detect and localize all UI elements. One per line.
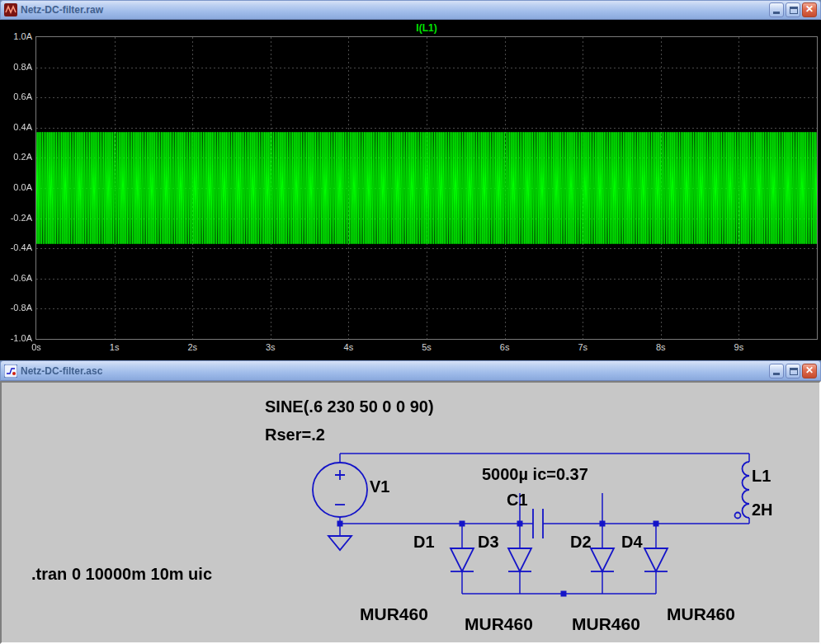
y-tick-label: 1.0A bbox=[0, 31, 32, 42]
diode-d1[interactable] bbox=[451, 524, 474, 594]
schematic-window-titlebar[interactable]: Netz-DC-filter.asc ✕ bbox=[0, 360, 821, 381]
voltage-source-v1[interactable] bbox=[313, 454, 367, 524]
phase-dot-icon bbox=[735, 513, 741, 519]
x-tick-label: 4s bbox=[332, 342, 365, 353]
minimize-button[interactable] bbox=[769, 2, 784, 17]
label-d4[interactable]: D4 bbox=[621, 533, 643, 551]
label-tran-directive[interactable]: .tran 0 10000m 10m uic bbox=[31, 565, 212, 583]
diode-d3[interactable] bbox=[508, 524, 531, 594]
label-mur460-1[interactable]: MUR460 bbox=[360, 604, 428, 623]
x-tick-label: 8s bbox=[644, 342, 677, 353]
label-sine-params[interactable]: SINE(.6 230 50 0 0 90) bbox=[265, 397, 434, 416]
inductor-l1[interactable] bbox=[735, 454, 750, 524]
close-button[interactable]: ✕ bbox=[802, 2, 817, 17]
label-l1[interactable]: L1 bbox=[752, 467, 771, 485]
diode-d2[interactable] bbox=[591, 524, 614, 594]
capacitor-c1[interactable] bbox=[533, 509, 543, 538]
label-d1[interactable]: D1 bbox=[413, 533, 435, 551]
y-tick-label: 0.6A bbox=[0, 92, 32, 102]
x-tick-label: 7s bbox=[566, 342, 599, 353]
y-tick-label: -0.8A bbox=[0, 303, 32, 313]
y-tick-label: -0.2A bbox=[0, 213, 32, 223]
y-tick-label: 0.2A bbox=[0, 152, 32, 162]
ground-symbol[interactable] bbox=[328, 524, 352, 550]
waveform-canvas[interactable] bbox=[36, 37, 817, 339]
minimize-button[interactable] bbox=[769, 364, 784, 378]
label-v1[interactable]: V1 bbox=[370, 477, 389, 496]
label-c1[interactable]: C1 bbox=[507, 491, 528, 509]
label-l1-value[interactable]: 2H bbox=[752, 501, 773, 519]
y-tick-label: -0.4A bbox=[0, 242, 32, 253]
schematic-window-title: Netz-DC-filter.asc bbox=[21, 365, 769, 377]
diode-d4[interactable] bbox=[644, 524, 668, 594]
trace-label[interactable]: I(L1) bbox=[35, 22, 818, 34]
waveform-window-title: Netz-DC-filter.raw bbox=[21, 4, 769, 16]
waveform-plot-client: I(L1) 1.0A0.8A0.6A0.4A0.2A0.0A-0.2A-0.4A… bbox=[0, 20, 821, 360]
waveform-window: Netz-DC-filter.raw ✕ I(L1) 1.0A0.8A0.6A0… bbox=[0, 0, 821, 360]
label-d2[interactable]: D2 bbox=[570, 533, 592, 551]
label-d3[interactable]: D3 bbox=[478, 533, 499, 551]
y-tick-label: 0.8A bbox=[0, 62, 32, 73]
maximize-button[interactable] bbox=[786, 364, 800, 378]
x-tick-label: 9s bbox=[722, 342, 755, 353]
close-button[interactable]: ✕ bbox=[802, 364, 817, 378]
label-rser[interactable]: Rser=.2 bbox=[265, 425, 325, 444]
label-mur460-4[interactable]: MUR460 bbox=[667, 604, 735, 623]
label-mur460-2[interactable]: MUR460 bbox=[465, 614, 533, 633]
label-c1-value[interactable]: 5000µ ic=0.37 bbox=[482, 465, 588, 483]
schematic-window: Netz-DC-filter.asc ✕ bbox=[0, 360, 821, 644]
x-tick-label: 5s bbox=[410, 342, 443, 353]
plot-frame bbox=[35, 36, 818, 340]
x-tick-label: 0s bbox=[20, 342, 53, 353]
schematic-canvas[interactable]: SINE(.6 230 50 0 0 90) Rser=.2 V1 5000µ … bbox=[2, 383, 819, 642]
x-tick-label: 3s bbox=[254, 342, 287, 353]
waveform-window-titlebar[interactable]: Netz-DC-filter.raw ✕ bbox=[0, 0, 821, 20]
label-mur460-3[interactable]: MUR460 bbox=[572, 614, 640, 633]
waveform-window-icon bbox=[4, 3, 17, 16]
y-tick-label: 0.4A bbox=[0, 122, 32, 133]
y-tick-label: -0.6A bbox=[0, 273, 32, 284]
schematic-window-icon bbox=[4, 364, 17, 378]
x-tick-label: 6s bbox=[488, 342, 521, 353]
x-tick-label: 1s bbox=[98, 342, 131, 353]
y-tick-label: 0.0A bbox=[0, 182, 32, 193]
schematic-client: SINE(.6 230 50 0 0 90) Rser=.2 V1 5000µ … bbox=[0, 381, 821, 644]
x-tick-label: 2s bbox=[176, 342, 209, 353]
maximize-button[interactable] bbox=[786, 2, 800, 17]
